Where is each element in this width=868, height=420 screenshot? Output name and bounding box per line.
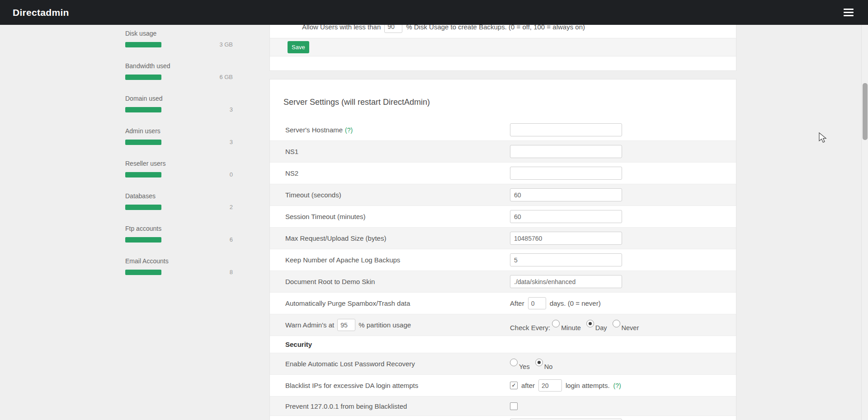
settings-row: Document Root to Demo Skin	[270, 271, 736, 293]
usage-bar	[125, 140, 161, 145]
usage-stat: Databases 2	[125, 192, 233, 210]
settings-row-label: Automatically Purge Spambox/Trash data	[285, 299, 510, 307]
settings-row: Server's Hostname (?)	[270, 119, 736, 141]
usage-stat-label: Email Accounts	[125, 257, 233, 265]
usage-bar	[125, 75, 161, 80]
usage-stat-bar-row: 3	[125, 106, 233, 113]
radio-icon	[552, 320, 560, 327]
help-link[interactable]: (?)	[345, 126, 353, 134]
save-strip: Save	[270, 38, 736, 56]
settings-row-label: Timeout (seconds)	[285, 191, 510, 199]
settings-row-label: Enable Automatic Lost Password Recovery	[285, 360, 510, 368]
usage-stat-label: Bandwidth used	[125, 62, 233, 70]
warn-text-after: % partition usage	[359, 321, 411, 329]
settings-row-label: Max Request/Upload Size (bytes)	[285, 234, 510, 242]
settings-row-label: Document Root to Demo Skin	[285, 278, 510, 285]
usage-stat-bar-row: 6	[125, 236, 233, 243]
usage-stat-bar-row: 2	[125, 204, 233, 210]
usage-stat-value: 2	[230, 204, 233, 210]
usage-bar	[125, 172, 161, 177]
usage-stat-label: Ftp accounts	[125, 225, 233, 233]
settings-row-label: NS2	[285, 169, 510, 177]
settings-row: Max Request/Upload Size (bytes)	[270, 228, 736, 249]
scrollbar-thumb[interactable]	[863, 83, 868, 140]
settings-input[interactable]	[510, 253, 622, 266]
settings-row: NS1	[270, 141, 736, 163]
scrollbar-track[interactable]	[861, 25, 868, 420]
warn-partition-input[interactable]	[337, 319, 355, 331]
usage-stat-label: Admin users	[125, 127, 233, 135]
settings-row: Session Timeout (minutes)	[270, 206, 736, 228]
settings-input[interactable]	[510, 232, 622, 245]
radio-icon	[535, 359, 543, 366]
settings-input[interactable]	[510, 145, 622, 158]
settings-row: Keep Number of Apache Log Backups	[270, 249, 736, 271]
usage-stat-bar-row: 8	[125, 269, 233, 275]
section-title: Server Settings (will restart DirectAdmi…	[270, 79, 736, 119]
usage-stat-label: Reseller users	[125, 160, 233, 168]
usage-bar	[125, 205, 161, 210]
settings-input[interactable]	[510, 123, 622, 136]
settings-row-label: Server's Hostname (?)	[285, 126, 510, 134]
server-settings-card: Server Settings (will restart DirectAdmi…	[269, 79, 736, 420]
usage-bar	[125, 42, 161, 47]
settings-row-label: NS1	[285, 148, 510, 155]
hamburger-icon	[844, 9, 854, 16]
settings-row-label: Session Timeout (minutes)	[285, 213, 510, 220]
settings-input[interactable]	[510, 188, 622, 201]
usage-stat-value: 6	[230, 236, 233, 243]
purge-text-before: After	[510, 299, 524, 307]
settings-row-label: Keep Number of Apache Log Backups	[285, 256, 510, 264]
usage-stat-bar-row: 3 GB	[125, 41, 233, 48]
blacklist-attempts-input[interactable]	[538, 379, 562, 392]
usage-stat: Bandwidth used 6 GB	[125, 62, 233, 80]
settings-input[interactable]	[510, 167, 622, 180]
blacklist-text-before: after	[521, 382, 535, 389]
blacklist-text-after: login attempts.	[566, 382, 610, 389]
check-every-label: Check Every:	[510, 324, 550, 331]
usage-bar	[125, 107, 161, 112]
purge-days-input[interactable]	[528, 297, 546, 309]
settings-input[interactable]	[510, 275, 622, 288]
settings-row-partial	[270, 416, 736, 420]
usage-stat: Reseller users 0	[125, 160, 233, 178]
app-logo[interactable]: Directadmin	[13, 7, 69, 18]
prevent-localhost-checkbox[interactable]	[510, 402, 518, 410]
settings-row: NS2	[270, 163, 736, 184]
usage-stat-label: Disk usage	[125, 30, 233, 37]
warn-minute-radio[interactable]: Minute	[552, 321, 581, 329]
usage-stat-value: 3	[230, 139, 233, 145]
usage-stat-value: 8	[230, 269, 233, 275]
help-link[interactable]: (?)	[613, 382, 621, 389]
usage-stat-label: Databases	[125, 192, 233, 200]
usage-stat-bar-row: 0	[125, 171, 233, 178]
lost-password-yes-radio[interactable]: Yes	[510, 360, 530, 368]
warn-never-radio[interactable]: Never	[613, 321, 639, 329]
security-section-header: Security	[270, 336, 736, 353]
save-button[interactable]: Save	[288, 41, 309, 53]
settings-row-label: Prevent 127.0.0.1 from being Blacklisted	[285, 402, 510, 410]
radio-icon	[510, 359, 518, 366]
usage-stat-label: Domain used	[125, 95, 233, 103]
purge-spambox-row: Automatically Purge Spambox/Trash data A…	[270, 293, 736, 314]
lost-password-no-radio[interactable]: No	[535, 360, 553, 368]
lost-password-recovery-row: Enable Automatic Lost Password Recovery …	[270, 353, 736, 375]
settings-row-label: Warn Admin's at % partition usage	[285, 319, 510, 331]
usage-stat-value: 6 GB	[219, 74, 233, 80]
usage-stat-value: 3	[230, 106, 233, 113]
usage-stat: Admin users 3	[125, 127, 233, 145]
usage-stat: Email Accounts 8	[125, 257, 233, 275]
radio-icon	[613, 320, 620, 327]
settings-row: Timeout (seconds)	[270, 184, 736, 206]
blacklist-row: Blacklist IPs for excessive DA login att…	[270, 375, 736, 397]
usage-stat-value: 3 GB	[219, 41, 233, 48]
app-header: Directadmin	[0, 0, 868, 25]
usage-stat: Ftp accounts 6	[125, 225, 233, 243]
settings-input[interactable]	[510, 210, 622, 223]
settings-rows: Server's Hostname (?) NS1 NS2 Timeout (s…	[270, 119, 736, 293]
usage-stats: Disk usage 3 GB Bandwidth used 6 GB Doma…	[125, 30, 233, 290]
blacklist-enable-checkbox[interactable]	[510, 382, 518, 389]
usage-stat-value: 0	[230, 171, 233, 178]
warn-day-radio[interactable]: Day	[586, 321, 607, 329]
menu-button[interactable]	[842, 7, 855, 18]
